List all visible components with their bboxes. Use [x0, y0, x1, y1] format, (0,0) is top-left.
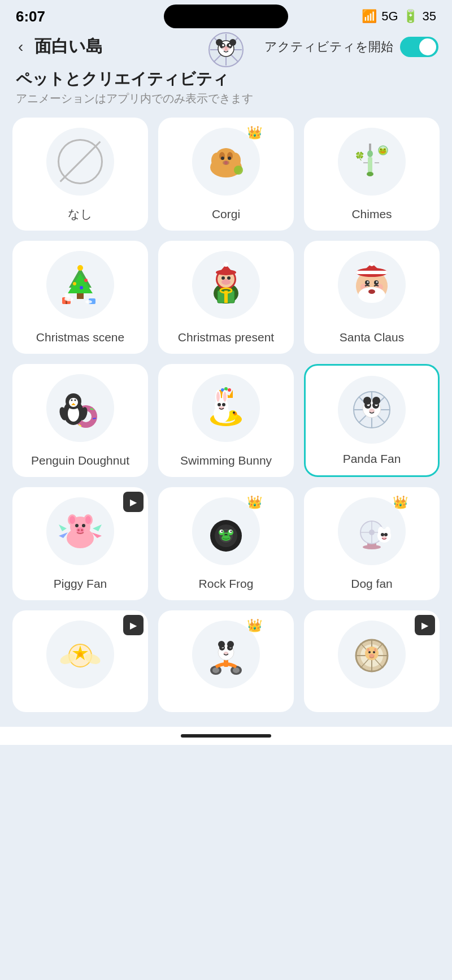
none-icon — [58, 139, 103, 184]
svg-point-138 — [81, 529, 83, 531]
card-icon-corgi: 👑 — [192, 128, 260, 196]
svg-point-122 — [363, 397, 371, 405]
card-panda-scooter[interactable]: 👑 — [158, 610, 294, 712]
card-star-fairy[interactable]: ▶ — [12, 610, 148, 712]
card-icon-panda-fan — [338, 376, 406, 444]
card-christmas-scene[interactable]: Christmas scene — [12, 241, 148, 354]
toggle-knob — [419, 38, 436, 55]
svg-point-107 — [218, 403, 221, 406]
svg-point-39 — [84, 279, 88, 282]
card-label-none: なし — [68, 206, 93, 222]
card-hamster-wheel[interactable]: ▶ — [304, 610, 440, 712]
card-santa-claus[interactable]: Santa Claus — [304, 241, 440, 354]
svg-point-152 — [363, 545, 381, 549]
svg-point-68 — [376, 281, 378, 283]
svg-point-108 — [222, 403, 225, 406]
svg-point-18 — [215, 148, 237, 171]
play-icon-hamster: ▶ — [415, 615, 435, 635]
card-icon-penguin-doughnut — [46, 374, 114, 442]
svg-point-25 — [234, 166, 243, 175]
svg-point-148 — [221, 531, 223, 532]
svg-point-40 — [80, 286, 83, 289]
activity-toggle[interactable] — [400, 37, 438, 57]
card-label-christmas-scene: Christmas scene — [36, 329, 124, 345]
card-icon-christmas-scene — [46, 251, 114, 319]
card-label-penguin-doughnut: Penguin Doughnut — [31, 453, 129, 468]
svg-point-149 — [231, 531, 232, 532]
card-rock-frog[interactable]: 👑 R — [158, 487, 294, 600]
header: ‹ 面白い島 — [0, 29, 452, 64]
crown-icon-corgi: 👑 — [247, 125, 262, 140]
status-bar: 6:07 📶 5G 🔋 35 — [0, 0, 452, 29]
svg-rect-73 — [356, 271, 388, 274]
card-corgi[interactable]: 👑 Corgi — [158, 118, 294, 231]
svg-point-8 — [222, 44, 224, 46]
card-swimming-bunny[interactable]: Swimming Bunny — [158, 364, 294, 477]
svg-point-27 — [367, 150, 373, 157]
card-chimes[interactable]: 🍀 🐸 Chimes — [304, 118, 440, 231]
back-button[interactable]: ‹ — [14, 36, 28, 58]
card-icon-none — [46, 128, 114, 196]
svg-point-21 — [221, 157, 224, 160]
svg-point-127 — [69, 516, 75, 524]
card-label-dog-fan: Dog fan — [351, 576, 393, 591]
svg-marker-132 — [93, 524, 102, 531]
svg-point-167 — [78, 652, 82, 657]
activity-label: アクティビティを開始 — [264, 38, 393, 55]
status-time: 6:07 — [16, 8, 45, 25]
svg-point-54 — [224, 262, 228, 267]
bottom-bar — [0, 727, 452, 745]
svg-point-179 — [218, 641, 225, 648]
svg-point-104 — [216, 392, 220, 402]
subtitle-sub: アニメーションはアプリ内でのみ表示できます — [16, 91, 436, 106]
svg-point-14 — [229, 39, 236, 46]
card-icon-rock-frog: 👑 — [192, 497, 260, 565]
card-icon-swimming-bunny — [192, 374, 260, 442]
svg-point-67 — [367, 281, 369, 283]
play-icon-star-fairy: ▶ — [123, 615, 144, 635]
svg-point-135 — [82, 524, 85, 527]
svg-point-123 — [372, 397, 380, 405]
svg-marker-130 — [59, 524, 67, 531]
card-piggy-fan[interactable]: ▶ — [12, 487, 148, 600]
card-icon-santa-claus — [338, 251, 406, 319]
svg-point-87 — [75, 400, 76, 401]
card-label-chimes: Chimes — [351, 206, 392, 222]
svg-point-41 — [77, 265, 83, 271]
battery-level: 35 — [423, 9, 436, 24]
svg-point-31 — [367, 172, 373, 176]
card-icon-chimes: 🍀 🐸 — [338, 128, 406, 196]
svg-point-57 — [221, 279, 231, 285]
svg-point-48 — [64, 293, 69, 297]
card-label-santa-claus: Santa Claus — [340, 329, 404, 345]
svg-point-100 — [233, 411, 235, 414]
crown-icon-panda-scooter: 👑 — [247, 618, 262, 633]
crown-icon-dog-fan: 👑 — [393, 495, 408, 510]
card-icon-christmas-present — [192, 251, 260, 319]
card-penguin-doughnut[interactable]: Penguin Doughnut — [12, 364, 148, 477]
svg-point-12 — [227, 47, 230, 50]
pet-grid: なし 👑 Corgi — [0, 107, 452, 722]
page-subtitle: ペットとクリエイティビティ アニメーションはアプリ内でのみ表示できます — [0, 64, 452, 107]
page-title: 面白い島 — [34, 35, 103, 58]
svg-point-180 — [227, 641, 234, 648]
svg-point-160 — [381, 533, 384, 536]
svg-point-86 — [71, 400, 73, 401]
notch — [164, 5, 288, 28]
card-none[interactable]: なし — [12, 118, 148, 231]
card-panda-fan[interactable]: Panda Fan — [304, 364, 440, 477]
svg-point-22 — [228, 157, 231, 160]
svg-text:🐸: 🐸 — [379, 146, 387, 155]
svg-point-93 — [228, 388, 231, 392]
signal-icon: 📶 — [362, 9, 377, 24]
card-christmas-present[interactable]: Christmas present — [158, 241, 294, 354]
card-icon-panda-scooter: 👑 — [192, 621, 260, 688]
svg-point-24 — [224, 161, 228, 164]
card-icon-star-fairy — [46, 621, 114, 688]
subtitle-main: ペットとクリエイティビティ — [16, 68, 436, 90]
svg-point-13 — [216, 39, 223, 46]
play-icon-piggy: ▶ — [123, 492, 144, 512]
card-dog-fan[interactable]: 👑 — [304, 487, 440, 600]
svg-point-134 — [75, 524, 79, 527]
card-label-corgi: Corgi — [212, 206, 240, 222]
